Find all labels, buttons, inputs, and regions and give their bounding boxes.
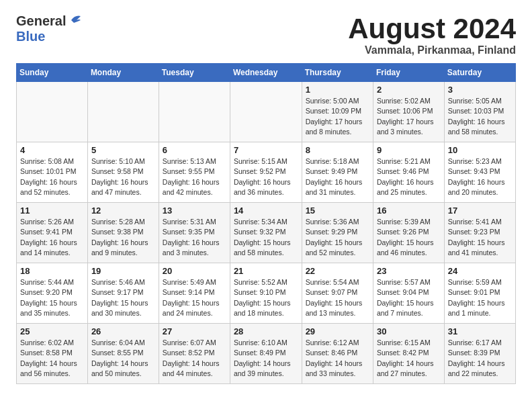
calendar-week-4: 18Sunrise: 5:44 AMSunset: 9:20 PMDayligh… (17, 263, 516, 324)
weekday-header-sunday: Sunday (17, 64, 88, 82)
calendar-cell: 13Sunrise: 5:31 AMSunset: 9:35 PMDayligh… (159, 203, 230, 263)
day-info: Sunrise: 5:31 AMSunset: 9:35 PMDaylight:… (163, 217, 226, 258)
day-number: 20 (163, 266, 226, 276)
day-info: Sunrise: 5:08 AMSunset: 10:01 PMDaylight… (20, 156, 84, 197)
day-info: Sunrise: 5:59 AMSunset: 9:01 PMDaylight:… (448, 277, 512, 318)
weekday-header-friday: Friday (373, 64, 444, 82)
page-header: General Blue August 2024 Vammala, Pirkan… (16, 13, 516, 56)
day-number: 5 (91, 145, 155, 155)
calendar-cell: 31Sunrise: 6:17 AMSunset: 8:39 PMDayligh… (444, 324, 515, 384)
calendar-cell (87, 82, 159, 142)
day-number: 19 (91, 266, 155, 276)
calendar-cell: 6Sunrise: 5:13 AMSunset: 9:55 PMDaylight… (159, 142, 230, 203)
day-number: 22 (306, 266, 369, 276)
day-info: Sunrise: 5:23 AMSunset: 9:43 PMDaylight:… (448, 156, 512, 197)
calendar-week-1: 1Sunrise: 5:00 AMSunset: 10:09 PMDayligh… (17, 82, 516, 142)
day-number: 12 (91, 205, 155, 216)
day-info: Sunrise: 5:10 AMSunset: 9:58 PMDaylight:… (91, 156, 155, 197)
day-info: Sunrise: 5:05 AMSunset: 10:03 PMDaylight… (448, 96, 512, 137)
day-info: Sunrise: 6:07 AMSunset: 8:52 PMDaylight:… (163, 338, 226, 379)
day-number: 30 (377, 326, 441, 336)
title-area: August 2024 Vammala, Pirkanmaa, Finland (348, 13, 516, 56)
calendar-cell: 12Sunrise: 5:28 AMSunset: 9:38 PMDayligh… (87, 203, 159, 263)
day-info: Sunrise: 5:46 AMSunset: 9:17 PMDaylight:… (91, 277, 155, 318)
calendar-cell: 26Sunrise: 6:04 AMSunset: 8:55 PMDayligh… (87, 324, 159, 384)
calendar-cell: 14Sunrise: 5:34 AMSunset: 9:32 PMDayligh… (230, 203, 302, 263)
day-number: 28 (234, 326, 298, 336)
day-number: 1 (306, 85, 369, 95)
calendar-cell: 3Sunrise: 5:05 AMSunset: 10:03 PMDayligh… (444, 82, 515, 142)
calendar-cell (230, 82, 302, 142)
calendar-cell: 30Sunrise: 6:15 AMSunset: 8:42 PMDayligh… (373, 324, 444, 384)
day-info: Sunrise: 5:21 AMSunset: 9:46 PMDaylight:… (377, 156, 441, 197)
calendar-cell: 29Sunrise: 6:12 AMSunset: 8:46 PMDayligh… (302, 324, 373, 384)
day-number: 26 (91, 326, 155, 336)
day-number: 11 (20, 205, 84, 216)
day-number: 16 (377, 205, 441, 216)
calendar-cell: 5Sunrise: 5:10 AMSunset: 9:58 PMDaylight… (87, 142, 159, 203)
logo: General Blue (16, 13, 82, 44)
day-info: Sunrise: 5:28 AMSunset: 9:38 PMDaylight:… (91, 217, 155, 258)
weekday-header-row: SundayMondayTuesdayWednesdayThursdayFrid… (17, 64, 516, 82)
calendar-cell: 11Sunrise: 5:26 AMSunset: 9:41 PMDayligh… (17, 203, 88, 263)
day-info: Sunrise: 5:18 AMSunset: 9:49 PMDaylight:… (306, 156, 369, 197)
day-number: 13 (163, 205, 226, 216)
day-info: Sunrise: 5:34 AMSunset: 9:32 PMDaylight:… (234, 217, 298, 258)
day-number: 6 (163, 145, 226, 155)
calendar-week-3: 11Sunrise: 5:26 AMSunset: 9:41 PMDayligh… (17, 203, 516, 263)
calendar-cell: 16Sunrise: 5:39 AMSunset: 9:26 PMDayligh… (373, 203, 444, 263)
day-info: Sunrise: 5:39 AMSunset: 9:26 PMDaylight:… (377, 217, 441, 258)
day-number: 18 (20, 266, 84, 276)
day-info: Sunrise: 5:02 AMSunset: 10:06 PMDaylight… (377, 96, 441, 137)
weekday-header-tuesday: Tuesday (159, 64, 230, 82)
day-info: Sunrise: 6:12 AMSunset: 8:46 PMDaylight:… (306, 338, 369, 379)
day-info: Sunrise: 6:17 AMSunset: 8:39 PMDaylight:… (448, 338, 512, 379)
calendar-cell: 7Sunrise: 5:15 AMSunset: 9:52 PMDaylight… (230, 142, 302, 203)
day-number: 31 (448, 326, 512, 336)
day-number: 9 (377, 145, 441, 155)
calendar-cell: 21Sunrise: 5:52 AMSunset: 9:10 PMDayligh… (230, 263, 302, 324)
calendar-cell: 20Sunrise: 5:49 AMSunset: 9:14 PMDayligh… (159, 263, 230, 324)
calendar-cell: 23Sunrise: 5:57 AMSunset: 9:04 PMDayligh… (373, 263, 444, 324)
day-info: Sunrise: 5:44 AMSunset: 9:20 PMDaylight:… (20, 277, 84, 318)
month-title: August 2024 (348, 13, 516, 44)
day-number: 27 (163, 326, 226, 336)
day-info: Sunrise: 6:15 AMSunset: 8:42 PMDaylight:… (377, 338, 441, 379)
calendar-cell: 10Sunrise: 5:23 AMSunset: 9:43 PMDayligh… (444, 142, 515, 203)
day-number: 14 (234, 205, 298, 216)
day-info: Sunrise: 5:15 AMSunset: 9:52 PMDaylight:… (234, 156, 298, 197)
calendar-cell: 4Sunrise: 5:08 AMSunset: 10:01 PMDayligh… (17, 142, 88, 203)
day-info: Sunrise: 5:13 AMSunset: 9:55 PMDaylight:… (163, 156, 226, 197)
calendar-cell (17, 82, 88, 142)
calendar-cell: 27Sunrise: 6:07 AMSunset: 8:52 PMDayligh… (159, 324, 230, 384)
day-number: 3 (448, 85, 512, 95)
day-number: 8 (306, 145, 369, 155)
calendar-cell: 17Sunrise: 5:41 AMSunset: 9:23 PMDayligh… (444, 203, 515, 263)
day-info: Sunrise: 5:36 AMSunset: 9:29 PMDaylight:… (306, 217, 369, 258)
logo-blue-text: Blue (16, 29, 45, 44)
day-info: Sunrise: 5:26 AMSunset: 9:41 PMDaylight:… (20, 217, 84, 258)
day-number: 23 (377, 266, 441, 276)
day-info: Sunrise: 5:57 AMSunset: 9:04 PMDaylight:… (377, 277, 441, 318)
calendar-week-5: 25Sunrise: 6:02 AMSunset: 8:58 PMDayligh… (17, 324, 516, 384)
day-number: 7 (234, 145, 298, 155)
weekday-header-monday: Monday (87, 64, 159, 82)
day-number: 29 (306, 326, 369, 336)
calendar-cell: 28Sunrise: 6:10 AMSunset: 8:49 PMDayligh… (230, 324, 302, 384)
day-info: Sunrise: 5:00 AMSunset: 10:09 PMDaylight… (306, 96, 369, 137)
day-info: Sunrise: 5:54 AMSunset: 9:07 PMDaylight:… (306, 277, 369, 318)
day-info: Sunrise: 6:04 AMSunset: 8:55 PMDaylight:… (91, 338, 155, 379)
day-info: Sunrise: 5:49 AMSunset: 9:14 PMDaylight:… (163, 277, 226, 318)
day-number: 10 (448, 145, 512, 155)
calendar-cell: 24Sunrise: 5:59 AMSunset: 9:01 PMDayligh… (444, 263, 515, 324)
day-number: 21 (234, 266, 298, 276)
calendar-cell: 25Sunrise: 6:02 AMSunset: 8:58 PMDayligh… (17, 324, 88, 384)
day-info: Sunrise: 6:10 AMSunset: 8:49 PMDaylight:… (234, 338, 298, 379)
calendar-cell: 2Sunrise: 5:02 AMSunset: 10:06 PMDayligh… (373, 82, 444, 142)
day-number: 17 (448, 205, 512, 216)
weekday-header-wednesday: Wednesday (230, 64, 302, 82)
location-title: Vammala, Pirkanmaa, Finland (348, 44, 516, 56)
day-number: 2 (377, 85, 441, 95)
weekday-header-saturday: Saturday (444, 64, 515, 82)
calendar-cell: 19Sunrise: 5:46 AMSunset: 9:17 PMDayligh… (87, 263, 159, 324)
